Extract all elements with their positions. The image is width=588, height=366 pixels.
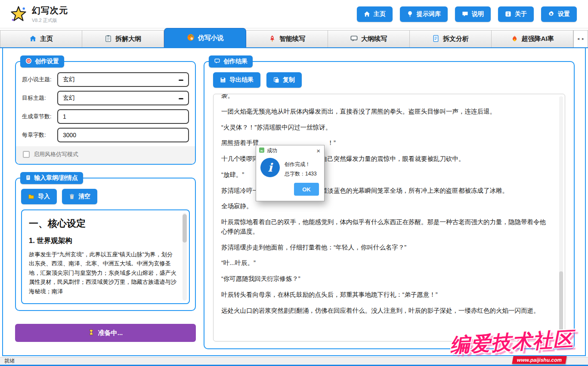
generate-status-button[interactable]: 准备中... bbox=[15, 324, 196, 342]
trash-icon bbox=[69, 194, 75, 200]
document-icon bbox=[432, 35, 439, 43]
tab-text-analysis-label: 拆文分析 bbox=[443, 35, 469, 43]
field-row: 目标主题: 玄幻 bbox=[22, 91, 189, 105]
tab-scroll-left-icon[interactable]: ◄ bbox=[577, 37, 580, 41]
source-theme-label: 原小说主题: bbox=[22, 76, 57, 83]
source-theme-value: 玄幻 bbox=[63, 76, 75, 83]
tab-scroll-right-icon[interactable]: ► bbox=[582, 37, 585, 41]
info-icon bbox=[505, 11, 511, 17]
rocket-icon bbox=[269, 35, 276, 43]
result-paragraph: 苏清瑶缓步走到他面前，仔细打量着他：“年轻人，你叫什么名字？” bbox=[221, 243, 550, 252]
right-panel: 创作结果 导出结果 复制 bbox=[204, 61, 575, 349]
dialog-body: i 创作完成！ 总字数：1433 bbox=[256, 156, 324, 179]
outline-input-title: 输入章纲/剧情点 bbox=[34, 174, 78, 182]
app-header: 幻写次元 V8.2 正式版 主页 提示词库 说明 关于 bbox=[0, 0, 588, 28]
speech-bubble-icon bbox=[350, 35, 358, 43]
header-settings-button[interactable]: 设置 bbox=[541, 6, 577, 22]
result-paragraph: 全场寂静。 bbox=[221, 202, 550, 211]
target-theme-label: 目标主题: bbox=[22, 94, 57, 102]
tab-imitate-novel-label: 仿写小说 bbox=[198, 34, 224, 42]
result-paragraph: 叶辰震惊地看着自己的双手，他能感觉到，体内似乎有什么东西正在苏醒。那是一种古老而… bbox=[221, 218, 550, 237]
style-imitate-checkbox[interactable] bbox=[23, 151, 30, 158]
dialog-titlebar[interactable]: 成功 × bbox=[256, 145, 324, 156]
header-home-label: 主页 bbox=[374, 10, 386, 18]
words-per-chapter-input[interactable] bbox=[57, 128, 189, 142]
target-theme-value: 玄幻 bbox=[63, 94, 75, 102]
left-panel: 创作设置 原小说主题: 玄幻 目标主题: 玄幻 bbox=[15, 61, 196, 349]
header-home-button[interactable]: 主页 bbox=[357, 6, 393, 22]
tab-outline-continue-label: 大纲续写 bbox=[361, 35, 387, 43]
header-help-label: 说明 bbox=[472, 10, 484, 18]
export-results-button[interactable]: 导出结果 bbox=[213, 72, 260, 88]
creation-settings-title: 创作设置 bbox=[35, 58, 59, 65]
chevron-down-icon bbox=[179, 80, 183, 81]
outline-input-group: 输入章纲/剧情点 导入 清空 bbox=[15, 178, 196, 311]
folder-icon bbox=[28, 194, 34, 200]
save-icon bbox=[220, 77, 226, 83]
tab-home-label: 主页 bbox=[40, 35, 53, 43]
tab-home[interactable]: 主页 bbox=[0, 30, 82, 47]
app-logo-star-icon bbox=[9, 5, 28, 23]
header-help-button[interactable]: 说明 bbox=[455, 6, 491, 22]
tab-outline-breakdown[interactable]: 拆解大纲 bbox=[82, 30, 164, 47]
result-paragraph: 远处火山口的岩浆突然剧烈翻涌，仿佛在回应着什么。没人注意到，叶辰的影子深处，一缕… bbox=[221, 306, 550, 316]
generate-status-label: 准备中... bbox=[98, 329, 123, 337]
outline-heading: 一、核心设定 bbox=[29, 217, 178, 230]
field-row: 原小说主题: 玄幻 bbox=[22, 72, 189, 87]
copy-button[interactable]: 复制 bbox=[266, 72, 302, 88]
result-scrollbar-thumb[interactable] bbox=[559, 271, 563, 336]
tab-reduce-ai-rate[interactable]: 超强降AI率 bbox=[492, 30, 573, 47]
clear-button[interactable]: 清空 bbox=[62, 189, 97, 204]
outline-editor[interactable]: 一、核心设定 1. 世界观架构 故事发生于“九州玄境”，此界以五座“镇天山脉”为… bbox=[21, 209, 190, 304]
tab-imitate-novel[interactable]: 仿写小说 bbox=[164, 28, 246, 47]
tab-smart-continue-label: 智能续写 bbox=[279, 35, 305, 43]
target-icon bbox=[25, 58, 32, 65]
bulb-icon bbox=[407, 11, 413, 17]
app-version: V8.2 正式版 bbox=[32, 17, 68, 24]
dialog-message: 创作完成！ 总字数：1433 bbox=[285, 158, 317, 178]
style-imitate-checkbox-label: 启用风格仿写模式 bbox=[34, 151, 78, 158]
field-row: 生成章节数: bbox=[22, 109, 189, 124]
creation-results-title: 创作结果 bbox=[223, 58, 248, 65]
result-paragraph: “火灵体？！”苏清瑶眼中闪过一丝惊讶。 bbox=[221, 123, 550, 132]
chapter-count-input[interactable] bbox=[57, 109, 189, 124]
ok-button[interactable]: OK bbox=[294, 183, 319, 196]
success-dialog: 成功 × i 创作完成！ 总字数：1433 OK bbox=[256, 145, 325, 201]
tab-outline-continue[interactable]: 大纲续写 bbox=[328, 30, 410, 47]
main-content: 创作设置 原小说主题: 玄幻 目标主题: 玄幻 bbox=[2, 48, 586, 356]
target-theme-select[interactable]: 玄幻 bbox=[57, 91, 189, 105]
tab-reduce-ai-rate-label: 超强降AI率 bbox=[522, 35, 554, 43]
header-about-button[interactable]: 关于 bbox=[498, 6, 534, 22]
header-about-label: 关于 bbox=[515, 10, 527, 18]
home-icon bbox=[29, 35, 37, 43]
tab-scroll-arrows[interactable]: ◄ ► bbox=[573, 30, 588, 47]
creation-settings-chip: 创作设置 bbox=[20, 55, 64, 68]
flame-icon bbox=[511, 35, 518, 43]
status-bar: 就绪 bbox=[0, 357, 588, 365]
import-button[interactable]: 导入 bbox=[21, 189, 57, 204]
header-prompt-library-button[interactable]: 提示词库 bbox=[400, 6, 448, 22]
import-label: 导入 bbox=[38, 193, 50, 200]
export-results-label: 导出结果 bbox=[229, 76, 254, 84]
words-per-chapter-label: 每章字数: bbox=[22, 131, 57, 139]
creation-results-chip: 创作结果 bbox=[209, 55, 253, 68]
dialog-message-line1: 创作完成！ bbox=[285, 160, 317, 169]
clipboard-icon bbox=[105, 35, 112, 43]
chevron-down-icon bbox=[179, 98, 183, 99]
tab-text-analysis[interactable]: 拆文分析 bbox=[410, 30, 492, 47]
result-buttons: 导出结果 复制 bbox=[213, 72, 565, 88]
result-paragraph: 袭。 bbox=[221, 94, 550, 101]
result-paragraph: “叶...叶辰。” bbox=[221, 258, 550, 268]
document-icon bbox=[25, 175, 31, 182]
outline-body-text: 故事发生于“九州玄境”，此界以五座“镇天山脉”为界，划分出东炎、西漠、南泽、北寒… bbox=[29, 250, 178, 296]
chapter-count-label: 生成章节数: bbox=[22, 113, 57, 120]
close-icon[interactable]: × bbox=[316, 148, 321, 154]
result-paragraph: 一团火焰毫无预兆地从叶辰体内爆发而出，直接吞没了黑熊的拳头。盗匪头目惨叫一声，连… bbox=[221, 107, 550, 117]
gear-icon bbox=[548, 11, 554, 17]
editor-scrollbar-thumb[interactable] bbox=[183, 214, 187, 243]
tab-smart-continue[interactable]: 智能续写 bbox=[246, 30, 328, 47]
source-theme-select[interactable]: 玄幻 bbox=[57, 72, 189, 87]
chat-icon bbox=[462, 11, 468, 17]
status-text: 就绪 bbox=[4, 357, 15, 365]
tab-outline-breakdown-label: 拆解大纲 bbox=[115, 35, 141, 43]
